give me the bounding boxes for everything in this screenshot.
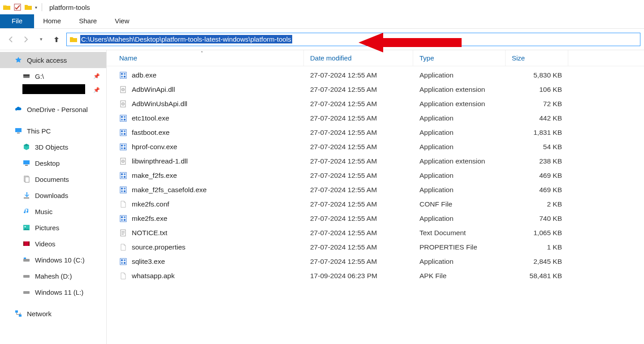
sidebar-item-windows10-c[interactable]: Windows 10 (C:): [0, 252, 106, 268]
svg-rect-73: [121, 262, 123, 264]
table-row[interactable]: whatsapp.apk17-09-2024 06:23 PMAPK File5…: [107, 269, 644, 283]
sidebar-item-music[interactable]: Music: [0, 203, 106, 219]
address-bar[interactable]: C:\Users\Mahesh\Desktop\platform-tools-l…: [66, 33, 640, 46]
sidebar-item-g-drive[interactable]: G:\ 📌: [0, 68, 106, 84]
table-row[interactable]: libwinpthread-1.dll27-07-2024 12:55 AMAp…: [107, 154, 644, 168]
file-date: 27-07-2024 12:55 AM: [304, 243, 413, 251]
table-row[interactable]: sqlite3.exe27-07-2024 12:55 AMApplicatio…: [107, 254, 644, 269]
sidebar-item-pictures[interactable]: Pictures: [0, 219, 106, 236]
svg-rect-55: [124, 176, 125, 178]
table-row[interactable]: make_f2fs.exe27-07-2024 12:55 AMApplicat…: [107, 168, 644, 183]
properties-icon[interactable]: [13, 3, 22, 11]
file-type: Application: [413, 114, 506, 122]
svg-rect-41: [121, 133, 123, 135]
svg-rect-17: [24, 258, 26, 259]
tab-home[interactable]: Home: [34, 14, 70, 28]
sidebar-item-quick-access[interactable]: Quick access: [0, 52, 106, 68]
svg-rect-65: [124, 219, 125, 221]
sidebar-item-this-pc[interactable]: This PC: [0, 123, 106, 139]
file-size: 469 KB: [506, 172, 568, 180]
file-icon: [119, 71, 127, 79]
file-size: 1,065 KB: [506, 229, 568, 237]
svg-rect-6: [23, 160, 30, 164]
forward-button[interactable]: [21, 34, 31, 45]
svg-rect-64: [121, 219, 123, 221]
sidebar-item-3d-objects[interactable]: 3D Objects: [0, 139, 106, 155]
table-row[interactable]: NOTICE.txt27-07-2024 12:55 AMText Docume…: [107, 226, 644, 240]
svg-rect-7: [25, 165, 28, 166]
file-icon: [119, 258, 127, 266]
svg-rect-25: [121, 76, 123, 77]
svg-rect-45: [124, 145, 125, 146]
table-row[interactable]: mke2fs.exe27-07-2024 12:55 AMApplication…: [107, 211, 644, 226]
file-name: whatsapp.apk: [132, 272, 175, 280]
svg-rect-54: [121, 176, 123, 178]
svg-rect-39: [121, 130, 123, 132]
sidebar-item-downloads[interactable]: Downloads: [0, 187, 106, 203]
sidebar-label: Videos: [35, 240, 56, 248]
file-size: 106 KB: [506, 86, 568, 94]
file-date: 27-07-2024 12:55 AM: [304, 258, 413, 266]
sidebar-label: Windows 11 (L:): [35, 288, 83, 296]
svg-rect-34: [121, 116, 123, 118]
sidebar-item-documents[interactable]: Documents: [0, 171, 106, 187]
table-row[interactable]: fastboot.exe27-07-2024 12:55 AMApplicati…: [107, 125, 644, 140]
file-name: AdbWinUsbApi.dll: [132, 100, 187, 108]
file-type: PROPERTIES File: [413, 243, 506, 251]
file-rows: adb.exe27-07-2024 12:55 AMApplication5,8…: [107, 66, 644, 283]
svg-point-50: [123, 161, 124, 162]
sidebar-label: Mahesh (D:): [35, 272, 72, 280]
file-icon: [119, 215, 127, 223]
column-header-size[interactable]: Size: [506, 50, 568, 66]
drive-icon: [22, 272, 30, 280]
file-icon: [119, 143, 127, 151]
pin-icon: 📌: [93, 87, 100, 93]
sidebar-item-desktop[interactable]: Desktop: [0, 155, 106, 171]
sidebar-item-mahesh-d[interactable]: Mahesh (D:): [0, 268, 106, 284]
address-path[interactable]: C:\Users\Mahesh\Desktop\platform-tools-l…: [80, 35, 292, 43]
table-row[interactable]: mke2fs.conf27-07-2024 12:55 AMCONF File2…: [107, 197, 644, 211]
tab-file[interactable]: File: [0, 14, 34, 28]
column-header-date[interactable]: Date modified: [304, 50, 413, 66]
up-button[interactable]: [51, 34, 62, 45]
svg-rect-59: [121, 190, 123, 192]
file-size: 72 KB: [506, 100, 568, 108]
file-name: mke2fs.conf: [132, 200, 169, 208]
tab-view[interactable]: View: [106, 14, 138, 28]
back-button[interactable]: [5, 34, 16, 45]
sidebar-item-onedrive[interactable]: OneDrive - Personal: [0, 101, 106, 117]
table-row[interactable]: AdbWinApi.dll27-07-2024 12:55 AMApplicat…: [107, 82, 644, 97]
sidebar-label: Documents: [35, 176, 69, 183]
cloud-icon: [14, 105, 22, 113]
column-header-type[interactable]: Type: [413, 50, 506, 66]
svg-rect-20: [15, 310, 18, 313]
svg-rect-44: [121, 145, 123, 146]
sidebar-label: Desktop: [35, 159, 60, 167]
file-type: Application: [413, 129, 506, 137]
qa-dropdown-icon[interactable]: ▾: [35, 5, 37, 10]
table-row[interactable]: AdbWinUsbApi.dll27-07-2024 12:55 AMAppli…: [107, 97, 644, 111]
svg-rect-24: [124, 73, 125, 75]
table-row[interactable]: etc1tool.exe27-07-2024 12:55 AMApplicati…: [107, 111, 644, 125]
table-row[interactable]: adb.exe27-07-2024 12:55 AMApplication5,8…: [107, 68, 644, 82]
file-name: hprof-conv.exe: [132, 143, 177, 151]
table-row[interactable]: source.properties27-07-2024 12:55 AMPROP…: [107, 240, 644, 254]
file-date: 27-07-2024 12:55 AM: [304, 229, 413, 237]
ribbon-tabs: File Home Share View: [0, 14, 644, 29]
tab-share[interactable]: Share: [70, 14, 106, 28]
recent-locations-button[interactable]: ▾: [36, 34, 47, 45]
sidebar-item-videos[interactable]: Videos: [0, 236, 106, 252]
file-size: 58,481 KB: [506, 272, 568, 280]
svg-rect-37: [124, 119, 125, 120]
table-row[interactable]: make_f2fs_casefold.exe27-07-2024 12:55 A…: [107, 183, 644, 197]
svg-rect-3: [23, 74, 30, 76]
sidebar-item-network[interactable]: Network: [0, 305, 106, 322]
sidebar-item-windows11-l[interactable]: Windows 11 (L:): [0, 284, 106, 300]
column-header-name[interactable]: Name: [107, 50, 304, 66]
pc-icon: [14, 127, 22, 135]
svg-rect-21: [19, 314, 22, 317]
drive-icon: [22, 288, 30, 296]
svg-rect-40: [124, 130, 125, 132]
table-row[interactable]: hprof-conv.exe27-07-2024 12:55 AMApplica…: [107, 140, 644, 154]
file-name: libwinpthread-1.dll: [132, 157, 188, 165]
